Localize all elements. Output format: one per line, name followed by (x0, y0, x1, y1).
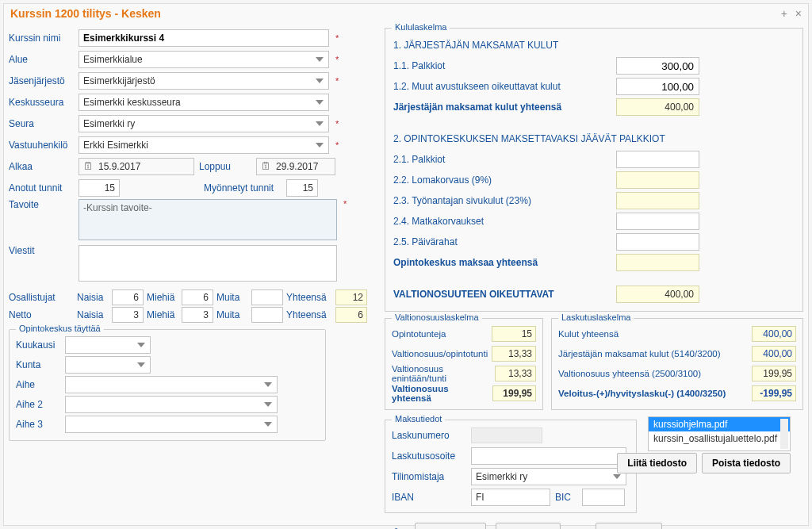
kululaskelma-box: Kululaskelma 1. JÄRJESTÄJÄN MAKSAMAT KUL… (385, 28, 803, 312)
panel-header: Kurssin 1200 tilitys - Kesken + × (4, 4, 808, 23)
vastuuhenkilo-select[interactable]: Erkki Esimerkki (79, 136, 329, 154)
seura-select[interactable]: Esimerkki ry (79, 115, 329, 132)
aihe3-select[interactable] (65, 416, 278, 433)
palkkiot-1-input[interactable] (616, 57, 699, 75)
laheta-button[interactable]: Lähetä (596, 523, 662, 529)
kuukausi-select[interactable] (65, 336, 151, 354)
kulu-legend: Kululaskelma (392, 22, 450, 32)
valtionosuus-yhteensa-1: 199,95 (492, 385, 536, 401)
kulu-h1: 1. JÄRJESTÄJÄN MAKSAMAT KULUT (393, 40, 699, 51)
laskutusosoite-input[interactable] (471, 447, 626, 465)
remove-file-button[interactable]: Poista tiedosto (702, 453, 791, 473)
matkakorvaukset-input[interactable] (616, 213, 699, 230)
label-loppuu: Loppuu (199, 161, 251, 172)
keskusseura-select[interactable]: Esimerkki keskusseura (79, 94, 329, 111)
chevron-down-icon (316, 121, 324, 126)
content: Kurssin nimi * Alue Esimerkkialue * Jäse… (4, 23, 808, 529)
laskunumero (471, 427, 542, 443)
peruuta-button[interactable]: Peruuta (415, 523, 486, 529)
label-alue: Alue (9, 54, 74, 65)
left-column: Kurssin nimi * Alue Esimerkkialue * Jäse… (9, 28, 373, 529)
label-myonnetyt: Myönnetyt tunnit (204, 182, 282, 194)
kulu-h3: VALTIONOSUUTEEN OIKEUTTAVAT (393, 289, 616, 300)
tavoite-textarea[interactable]: -Kurssin tavoite- (79, 199, 337, 240)
sivukulut (616, 192, 699, 209)
close-icon[interactable]: × (795, 7, 802, 20)
kurssin-nimi-input[interactable] (79, 29, 329, 47)
panel-title: Kurssin 1200 tilitys - Kesken (10, 7, 161, 20)
jasenjarjesto-select[interactable]: Esimerkkijärjestö (79, 72, 329, 90)
muut-kulut-input[interactable] (616, 78, 699, 95)
chevron-down-icon (613, 474, 621, 479)
label-miehia: Miehiä (147, 292, 178, 303)
palkkiot-2-input[interactable] (616, 151, 699, 168)
label-alkaa: Alkaa (9, 161, 74, 172)
right-column: Kululaskelma 1. JÄRJESTÄJÄN MAKSAMAT KUL… (385, 28, 803, 529)
trash-icon[interactable]: 🗑 (388, 523, 405, 529)
netto-yhteensa: 6 (335, 307, 367, 323)
opintokeskus-yhteensa (616, 254, 699, 271)
netto-muita[interactable] (251, 307, 283, 323)
file-item[interactable]: kurssin_osallistujaluettelo.pdf (649, 431, 790, 446)
alue-select[interactable]: Esimerkkialue (79, 51, 329, 68)
veloitus-hyvitys: -199,95 (752, 385, 796, 401)
anotut-input[interactable] (79, 179, 120, 197)
osallistujat-naisia[interactable] (112, 289, 144, 305)
label-osallistujat: Osallistujat (9, 292, 74, 303)
chevron-down-icon (264, 402, 272, 407)
scrollbar[interactable] (780, 419, 788, 449)
chevron-down-icon (264, 422, 272, 427)
chevron-down-icon (137, 362, 145, 367)
chevron-down-icon (316, 100, 324, 105)
myonnetyt-input[interactable] (286, 179, 318, 197)
osallistujat-yhteensa: 12 (335, 289, 367, 305)
kulu-h2: 2. OPINTOKESKUKSEN MAKSETTAVAKSI JÄÄVÄT … (393, 133, 699, 144)
aihe2-select[interactable] (65, 396, 278, 413)
chevron-down-icon (316, 79, 324, 83)
valtionosuus-per-tunti: 13,33 (492, 346, 536, 362)
attach-file-button[interactable]: Liitä tiedosto (617, 453, 697, 473)
chevron-down-icon (264, 382, 272, 387)
label-tavoite: Tavoite (9, 199, 74, 210)
label-kurssin-nimi: Kurssin nimi (9, 33, 74, 44)
chevron-down-icon (316, 143, 324, 148)
alkaa-input[interactable] (79, 159, 193, 174)
file-list[interactable]: kurssiohjelma.pdf kurssin_osallistujalue… (648, 416, 791, 451)
tilinomistaja-select[interactable]: Esimerkki ry (471, 468, 626, 485)
osallistujat-miehia[interactable] (182, 289, 213, 305)
label-jasenjarjesto: Jäsenjärjestö (9, 75, 74, 86)
bic-input[interactable] (582, 489, 625, 506)
viestit-textarea[interactable] (79, 245, 337, 282)
label-viestit: Viestit (9, 245, 74, 256)
label-yhteensa: Yhteensä (286, 292, 332, 303)
jarjestaja-kulut: 400,00 (752, 346, 796, 362)
valtionosuuslaskelma-box: Valtionosuuslaskelma Opintotunteja15 Val… (385, 318, 543, 410)
panel: Kurssin 1200 tilitys - Kesken + × Kurssi… (3, 3, 809, 526)
paivarahat-input[interactable] (616, 233, 699, 251)
required-marker: * (334, 33, 339, 43)
valtionosuus-oikeuttavat: 400,00 (616, 286, 699, 303)
calendar-icon: 🗓 (83, 160, 94, 172)
alkaa-date[interactable]: 🗓 (79, 158, 194, 175)
talleta-button[interactable]: Talleta (496, 523, 561, 529)
opintokeskus-fieldset: Opintokeskus täyttää Kuukausi Kunta Aihe… (9, 329, 326, 441)
aihe-select[interactable] (65, 376, 278, 393)
file-item[interactable]: kurssiohjelma.pdf (649, 417, 790, 431)
opintotunteja: 15 (492, 326, 536, 342)
laskutuslaskelma-box: Laskutuslaskelma Kulut yhteensä400,00 Jä… (551, 318, 803, 410)
kunta-select[interactable] (65, 356, 151, 374)
iban-input[interactable] (471, 489, 550, 506)
chevron-down-icon (137, 343, 145, 347)
label-keskusseura: Keskusseura (9, 97, 74, 108)
chevron-down-icon (316, 57, 324, 62)
netto-naisia[interactable] (112, 307, 144, 323)
valtionosuus-yhteensa-2: 199,95 (752, 366, 796, 381)
opinto-legend: Opintokeskus täyttää (16, 324, 104, 333)
plus-icon[interactable]: + (781, 7, 787, 20)
panel-tools: + × (781, 7, 802, 20)
jarjestaja-yhteensa: 400,00 (616, 98, 699, 116)
loppuu-date[interactable]: 🗓 (256, 158, 335, 175)
label-anotut: Anotut tunnit (9, 182, 74, 194)
netto-miehia[interactable] (182, 307, 213, 323)
osallistujat-muita[interactable] (251, 289, 283, 305)
